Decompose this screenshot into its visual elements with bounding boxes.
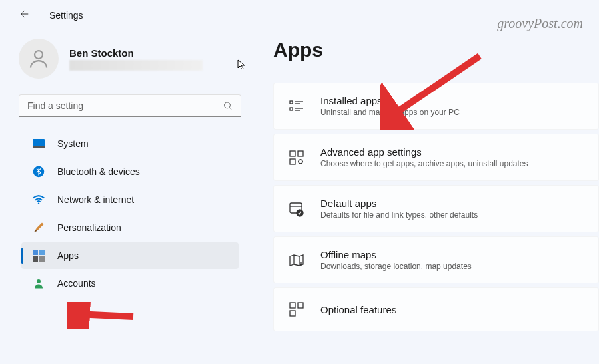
card-desc: Downloads, storage location, map updates: [320, 262, 472, 271]
profile-email-redacted: [69, 60, 203, 71]
window-check-icon: [287, 200, 306, 218]
svg-point-10: [37, 279, 41, 283]
sidebar-item-system[interactable]: System: [21, 130, 239, 157]
card-desc: Uninstall and manage apps on your PC: [320, 108, 460, 117]
sidebar-item-label: Bluetooth & devices: [57, 166, 140, 177]
svg-point-0: [35, 51, 43, 59]
back-button[interactable]: [16, 5, 33, 25]
system-icon: [32, 137, 45, 150]
accounts-icon: [32, 277, 45, 290]
card-desc: Choose where to get apps, archive apps, …: [320, 159, 528, 168]
grid-plus-icon: [287, 300, 306, 319]
svg-rect-28: [290, 311, 295, 316]
svg-rect-27: [298, 303, 303, 308]
map-download-icon: [287, 251, 306, 270]
apps-icon: [32, 249, 45, 262]
card-desc: Defaults for file and link types, other …: [320, 210, 478, 220]
svg-rect-3: [33, 146, 45, 148]
card-title: Advanced app settings: [320, 146, 528, 158]
arrow-left-icon: [19, 8, 31, 20]
brush-icon: [32, 221, 45, 234]
card-title: Optional features: [320, 304, 396, 315]
svg-point-5: [38, 203, 40, 205]
sidebar-item-apps[interactable]: Apps: [21, 242, 239, 269]
svg-rect-26: [290, 303, 295, 308]
grid-gear-icon: [287, 148, 306, 167]
profile-name: Ben Stockton: [69, 47, 203, 59]
sidebar-item-personalization[interactable]: Personalization: [21, 214, 239, 241]
search-box[interactable]: [19, 94, 241, 117]
svg-point-1: [224, 102, 230, 108]
page-title: Apps: [273, 39, 599, 61]
svg-rect-9: [39, 256, 45, 262]
watermark: groovyPost.com: [497, 16, 583, 31]
bluetooth-icon: [32, 165, 45, 178]
sidebar-item-label: Apps: [57, 250, 79, 261]
search-icon: [223, 100, 233, 111]
card-default-apps[interactable]: Default apps Defaults for file and link …: [273, 185, 599, 232]
card-offline-maps[interactable]: Offline maps Downloads, storage location…: [273, 236, 599, 283]
avatar: [19, 39, 59, 79]
svg-rect-11: [290, 101, 293, 104]
svg-point-20: [299, 160, 302, 164]
svg-rect-12: [290, 108, 293, 110]
sidebar-item-label: System: [57, 138, 89, 149]
sidebar-item-label: Network & internet: [57, 194, 134, 205]
header-title: Settings: [49, 10, 83, 21]
card-advanced-app-settings[interactable]: Advanced app settings Choose where to ge…: [273, 134, 599, 181]
svg-rect-19: [290, 159, 295, 164]
card-installed-apps[interactable]: Installed apps Uninstall and manage apps…: [273, 83, 599, 130]
card-optional-features[interactable]: Optional features: [273, 287, 599, 331]
card-title: Offline maps: [320, 249, 472, 260]
wifi-icon: [32, 193, 45, 206]
person-icon: [27, 47, 51, 71]
svg-rect-18: [298, 151, 303, 156]
sidebar-item-label: Accounts: [57, 278, 96, 289]
list-icon: [287, 97, 306, 116]
sidebar-item-label: Personalization: [57, 222, 121, 233]
svg-rect-8: [33, 256, 38, 262]
svg-rect-17: [290, 151, 295, 156]
svg-rect-6: [33, 250, 38, 255]
sidebar-item-accounts[interactable]: Accounts: [21, 270, 239, 297]
card-title: Installed apps: [320, 95, 460, 106]
search-input[interactable]: [27, 100, 223, 111]
sidebar-item-bluetooth[interactable]: Bluetooth & devices: [21, 158, 239, 185]
profile-section[interactable]: Ben Stockton: [13, 39, 247, 79]
card-title: Default apps: [320, 198, 478, 209]
sidebar-item-network[interactable]: Network & internet: [21, 186, 239, 213]
svg-rect-7: [39, 250, 45, 255]
